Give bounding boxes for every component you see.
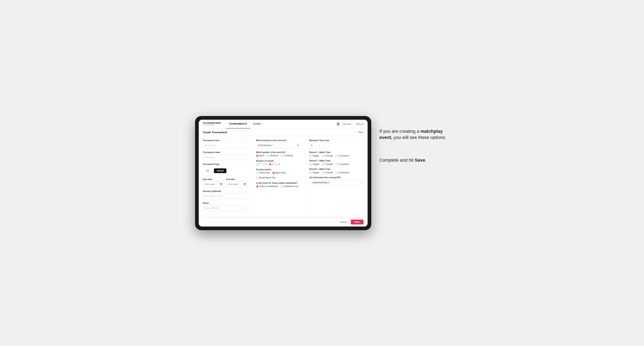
start-date-calendar-icon: 📅: [220, 183, 222, 185]
round2-singles-radio[interactable]: [310, 163, 312, 166]
round1-singles-label: Singles: [313, 155, 320, 157]
teams-radio[interactable]: [256, 185, 258, 188]
round3-match-label: Round 3 - Match Type: [310, 168, 364, 170]
round-1-radio[interactable]: [256, 163, 258, 166]
sign-out-link[interactable]: Sign out: [356, 123, 364, 125]
medal-match-radio[interactable]: [256, 176, 258, 179]
round2-singles-option[interactable]: Singles: [310, 163, 320, 166]
round3-match-section: Round 3 - Match Type Singles Fourball: [310, 168, 364, 174]
sponsor-label: Sponsor (optional): [203, 190, 248, 192]
tablet-frame: SCOREBOARD Powered by clippit TOURNAMENT…: [195, 116, 371, 230]
round-4-radio[interactable]: [276, 163, 278, 166]
round3-singles-option[interactable]: Singles: [310, 172, 320, 174]
round1-singles-option[interactable]: Singles: [310, 155, 320, 157]
stroke-play-label: Stroke Play: [260, 172, 270, 174]
gender-womens-option[interactable]: Womens: [267, 155, 278, 157]
logo-upload-area: 🖼 Upload: [203, 166, 248, 175]
stroke-play-option[interactable]: Stroke Play: [256, 172, 270, 174]
back-link[interactable]: ← Back: [356, 131, 364, 133]
api-select-wrap[interactable]: Leaderboard King ✕ ▾: [310, 180, 364, 185]
header-separator: |: [353, 123, 354, 125]
round2-foursomes-label: Foursomes: [339, 163, 349, 165]
third-party-api-group: Use third-party live scoring API? Leader…: [310, 176, 364, 185]
tab-teams[interactable]: TEAMS: [250, 120, 264, 129]
division-label: Which division is the event for?: [256, 139, 301, 142]
tournament-name-group: Tournament name: [203, 151, 248, 160]
form-right: Maximum Team Size 5 Round 1 - Match Type…: [305, 139, 364, 214]
tournament-host-input[interactable]: [203, 143, 248, 148]
round-4-option[interactable]: 4: [276, 163, 280, 166]
round1-fourball-option[interactable]: Fourball: [322, 155, 333, 157]
match-play-radio[interactable]: [272, 172, 275, 174]
api-tag-value: Leaderboard King: [312, 181, 327, 183]
individuals-option[interactable]: Individuals Only: [280, 185, 298, 188]
round2-fourball-radio[interactable]: [322, 163, 324, 166]
save-button[interactable]: Save: [351, 219, 364, 224]
round3-singles-radio[interactable]: [310, 172, 312, 174]
round3-fourball-option[interactable]: Fourball: [322, 172, 333, 174]
stroke-play-radio[interactable]: [256, 172, 258, 174]
gender-group: Which gender is the event for? Mens Wome…: [256, 151, 301, 157]
round1-foursomes-radio[interactable]: [336, 155, 338, 157]
round-2-option[interactable]: 2: [262, 163, 267, 166]
api-tag-close[interactable]: ✕: [328, 181, 330, 183]
end-date-wrap: 📅: [226, 181, 248, 187]
event-type-radio-group: Teams (+Individuals) Individuals Only: [256, 185, 301, 188]
max-team-size-input[interactable]: 5: [310, 143, 320, 148]
teams-option[interactable]: Teams (+Individuals): [256, 185, 278, 188]
tournament-name-input[interactable]: [203, 155, 248, 160]
round3-foursomes-option[interactable]: Foursomes: [336, 172, 349, 174]
tournament-logo-label: Tournament logo: [203, 163, 248, 165]
end-date-label: End date: [226, 178, 248, 180]
round3-options: Singles Fourball Foursomes: [310, 172, 364, 174]
start-date-group: Start date 📅: [203, 178, 224, 187]
round-2-radio[interactable]: [262, 163, 265, 166]
annotations: If you are creating a matchplay event, y…: [380, 116, 449, 164]
medal-match-label: Medal Match Play: [260, 176, 276, 179]
cancel-button[interactable]: Cancel: [337, 219, 349, 224]
individuals-radio[interactable]: [280, 185, 283, 188]
match-play-option[interactable]: Match Play: [272, 172, 286, 174]
sponsor-input[interactable]: [203, 193, 248, 199]
round1-foursomes-option[interactable]: Foursomes: [336, 155, 349, 157]
round2-fourball-option[interactable]: Fourball: [322, 163, 333, 166]
event-type-label: Is this event for Teams and/or Individua…: [256, 182, 301, 184]
gender-combined-radio[interactable]: [280, 155, 283, 157]
round3-fourball-radio[interactable]: [322, 172, 324, 174]
upload-button[interactable]: Upload: [214, 169, 226, 173]
tab-tournaments[interactable]: TOURNAMENTS: [226, 120, 250, 129]
start-date-wrap: 📅: [203, 181, 224, 187]
venue-select[interactable]: Search golf club: [203, 205, 248, 211]
annotation-bottom: Complete and hit Save.: [380, 157, 449, 164]
gender-combined-option[interactable]: Combined: [280, 155, 293, 157]
round3-foursomes-radio[interactable]: [336, 172, 338, 174]
round1-foursomes-label: Foursomes: [339, 155, 349, 157]
gender-mens-option[interactable]: Mens: [256, 155, 264, 157]
venue-select-wrap: Search golf club: [203, 205, 248, 211]
brand-sub: Powered by clippit: [203, 124, 221, 126]
end-date-group: End date 📅: [226, 178, 248, 187]
annotation-bottom-bold: Save: [415, 158, 425, 163]
outer-wrapper: SCOREBOARD Powered by clippit TOURNAMENT…: [179, 116, 466, 230]
tournament-logo-group: Tournament logo 🖼 Upload: [203, 163, 248, 175]
form-footer: Cancel Save: [199, 217, 368, 226]
annotation-top-text1: If you are creating a: [380, 129, 421, 134]
round2-foursomes-option[interactable]: Foursomes: [336, 163, 349, 166]
brand: SCOREBOARD Powered by clippit: [203, 122, 221, 126]
match-play-label: Match Play: [276, 172, 286, 174]
round1-singles-radio[interactable]: [310, 155, 312, 157]
gender-womens-radio[interactable]: [267, 155, 269, 157]
gender-mens-radio[interactable]: [256, 155, 258, 157]
medal-match-option[interactable]: Medal Match Play: [256, 176, 276, 179]
round-3-radio[interactable]: [269, 163, 272, 166]
annotation-bottom-text2: .: [425, 158, 426, 163]
date-group: Start date 📅 End date 📅: [203, 178, 248, 187]
round-1-option[interactable]: 1: [256, 163, 261, 166]
division-group: Which division is the event for? NCAA Di…: [256, 139, 301, 148]
round-3-option[interactable]: 3: [269, 163, 274, 166]
form-middle: Which division is the event for? NCAA Di…: [252, 139, 305, 214]
division-select[interactable]: NCAA Division I NCAA Division II NCAA Di…: [256, 143, 301, 148]
annotation-top-text2: you will see these options.: [392, 135, 446, 140]
round1-fourball-radio[interactable]: [322, 155, 324, 157]
round2-foursomes-radio[interactable]: [336, 163, 338, 166]
